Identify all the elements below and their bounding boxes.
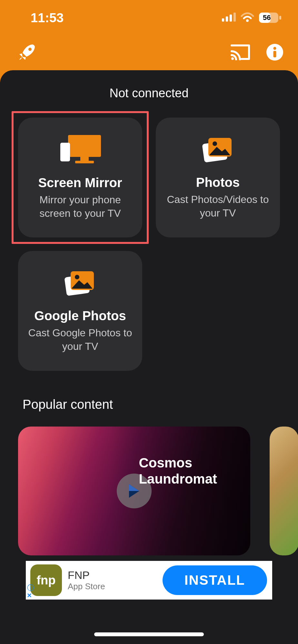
tile-google-photos[interactable]: Google Photos Cast Google Photos to your… bbox=[18, 251, 142, 371]
ad-install-button[interactable]: INSTALL bbox=[163, 565, 267, 595]
video-card-next[interactable] bbox=[270, 427, 298, 555]
connection-status: Not connected bbox=[0, 86, 298, 100]
tile-subtitle: Cast Google Photos to your TV bbox=[25, 326, 136, 353]
status-bar: 11:53 56 bbox=[0, 0, 298, 35]
tile-screen-mirror-highlight: Screen Mirror Mirror your phone screen t… bbox=[12, 111, 149, 244]
tile-subtitle: Mirror your phone screen to your TV bbox=[25, 193, 136, 220]
screen-mirror-icon bbox=[58, 135, 103, 166]
svg-rect-15 bbox=[75, 161, 94, 163]
battery-icon: 56 bbox=[259, 12, 282, 23]
svg-rect-13 bbox=[68, 135, 101, 157]
tile-screen-mirror[interactable]: Screen Mirror Mirror your phone screen t… bbox=[18, 118, 142, 237]
svg-point-19 bbox=[213, 141, 217, 146]
ad-title: FNP bbox=[68, 569, 105, 582]
app-bar bbox=[0, 35, 298, 70]
svg-point-9 bbox=[231, 57, 234, 60]
svg-rect-2 bbox=[230, 14, 232, 22]
video-card-cosmos[interactable]: CosmosLaundromat bbox=[18, 427, 250, 555]
svg-point-11 bbox=[273, 47, 276, 50]
rocket-icon[interactable] bbox=[18, 43, 36, 62]
svg-rect-3 bbox=[233, 13, 236, 22]
ad-brand-short: fnp bbox=[36, 573, 55, 587]
wifi-icon bbox=[241, 12, 254, 23]
main-surface: Not connected Screen Mirror Mirror your … bbox=[0, 70, 298, 644]
ad-banner[interactable]: fnp ⓘ × FNP App Store INSTALL bbox=[26, 561, 272, 600]
svg-rect-0 bbox=[222, 18, 224, 22]
svg-point-22 bbox=[75, 275, 79, 279]
popular-carousel[interactable]: CosmosLaundromat bbox=[0, 412, 298, 555]
photos-icon bbox=[202, 135, 234, 166]
tile-photos[interactable]: Photos Cast Photos/Videos to your TV bbox=[156, 118, 280, 237]
section-title-popular: Popular content bbox=[0, 371, 298, 412]
google-photos-icon bbox=[64, 269, 96, 299]
svg-point-8 bbox=[28, 48, 32, 51]
tile-wrap: Photos Cast Photos/Videos to your TV bbox=[156, 118, 280, 237]
info-icon[interactable] bbox=[266, 44, 283, 62]
svg-rect-16 bbox=[60, 143, 70, 161]
cast-icon[interactable] bbox=[230, 44, 250, 62]
ad-close-icon[interactable]: × bbox=[27, 591, 34, 599]
ad-text: FNP App Store bbox=[68, 569, 105, 591]
ad-app-icon: fnp ⓘ × bbox=[30, 564, 62, 596]
tile-wrap: Google Photos Cast Google Photos to your… bbox=[18, 251, 142, 371]
ad-source: App Store bbox=[68, 582, 105, 591]
cellular-icon bbox=[222, 13, 236, 23]
svg-rect-12 bbox=[273, 51, 276, 57]
svg-rect-7 bbox=[279, 16, 281, 20]
ad-badges: ⓘ × bbox=[27, 584, 34, 599]
tile-title: Screen Mirror bbox=[38, 176, 122, 190]
tile-title: Photos bbox=[196, 175, 240, 190]
tile-title: Google Photos bbox=[34, 309, 126, 323]
ad-info-icon[interactable]: ⓘ bbox=[27, 584, 34, 591]
tiles-grid: Screen Mirror Mirror your phone screen t… bbox=[0, 100, 298, 371]
svg-rect-14 bbox=[80, 157, 89, 161]
video-title: CosmosLaundromat bbox=[139, 455, 217, 487]
tile-subtitle: Cast Photos/Videos to your TV bbox=[162, 193, 273, 220]
svg-point-4 bbox=[246, 19, 249, 22]
svg-rect-1 bbox=[226, 16, 228, 22]
status-indicators: 56 bbox=[222, 12, 282, 23]
battery-level-text: 56 bbox=[263, 14, 271, 22]
home-indicator[interactable] bbox=[94, 632, 204, 636]
status-time: 11:53 bbox=[31, 11, 64, 25]
